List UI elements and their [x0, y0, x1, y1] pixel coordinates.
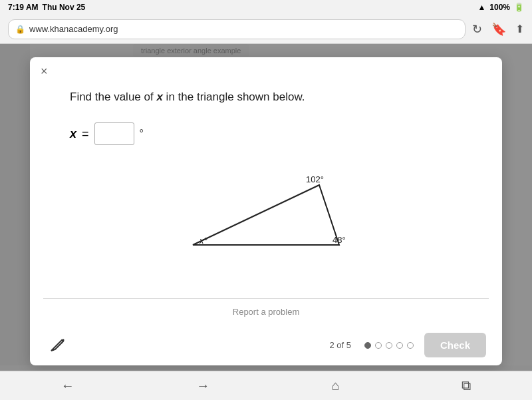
question-var: x [156, 91, 162, 103]
share-button[interactable]: ⬆ [515, 23, 524, 35]
dot-5 [407, 342, 414, 349]
dot-1 [364, 342, 371, 349]
modal-dialog: × Find the value of x in the triangle sh… [30, 57, 502, 365]
battery-icon: 🔋 [514, 3, 524, 12]
antenna-icon: ▲ [477, 3, 485, 12]
angle-48-label: 48° [332, 235, 346, 245]
url-display: www.khanacademy.org [29, 24, 118, 34]
svg-marker-0 [193, 185, 339, 245]
address-bar[interactable]: 🔒 www.khanacademy.org [8, 19, 466, 39]
dot-4 [396, 342, 403, 349]
main-area: 200 Mach Skill Quiz 29% Take Quiz 20% Un… [0, 44, 532, 371]
angle-102-label: 102° [306, 174, 324, 184]
dot-2 [375, 342, 382, 349]
pencil-icon [49, 336, 67, 355]
answer-label: x [70, 127, 76, 141]
browser-actions: ↻ 🔖 ⬆ [472, 22, 524, 37]
browser-chrome: 🔒 www.khanacademy.org ↻ 🔖 ⬆ [0, 15, 532, 44]
triangle-area: 102° 48° x° [70, 165, 462, 272]
equals-sign: = [82, 127, 89, 141]
question-text-suffix: in the triangle shown below. [163, 91, 305, 103]
status-bar: 7:19 AM Thu Nov 25 ▲ 100% 🔋 [0, 0, 532, 15]
battery-display: 100% [489, 3, 510, 12]
check-button[interactable]: Check [424, 333, 486, 357]
modal-bottom-bar: 2 of 5 Check [30, 325, 502, 365]
modal-body: Find the value of x in the triangle show… [30, 57, 502, 298]
progress-dots [364, 342, 414, 349]
lock-icon: 🔒 [15, 25, 25, 34]
home-button[interactable]: ⌂ [319, 375, 353, 396]
modal-footer: Report a problem [30, 299, 502, 325]
triangle-svg: 102° 48° x° [173, 165, 359, 272]
pencil-button[interactable] [46, 333, 70, 357]
angle-x-label: x° [199, 236, 207, 246]
degree-sign: ° [140, 128, 144, 140]
dot-3 [386, 342, 392, 349]
answer-input[interactable] [94, 122, 134, 145]
day-display: Thu Nov 25 [43, 3, 86, 12]
answer-row: x = ° [70, 122, 462, 145]
question-title: Find the value of x in the triangle show… [70, 91, 462, 104]
time-display: 7:19 AM [8, 3, 39, 12]
progress-label: 2 of 5 [329, 340, 351, 350]
question-text-prefix: Find the value of [70, 91, 156, 103]
back-button[interactable]: ← [48, 375, 88, 396]
tabs-button[interactable]: ⧉ [448, 375, 484, 396]
bookmark-button[interactable]: 🔖 [491, 22, 506, 37]
modal-overlay: × Find the value of x in the triangle sh… [0, 44, 532, 371]
close-button[interactable]: × [41, 65, 48, 77]
bottom-nav: ← → ⌂ ⧉ [0, 371, 532, 400]
forward-button[interactable]: → [183, 375, 223, 396]
reload-button[interactable]: ↻ [472, 22, 482, 37]
report-link[interactable]: Report a problem [233, 307, 299, 317]
